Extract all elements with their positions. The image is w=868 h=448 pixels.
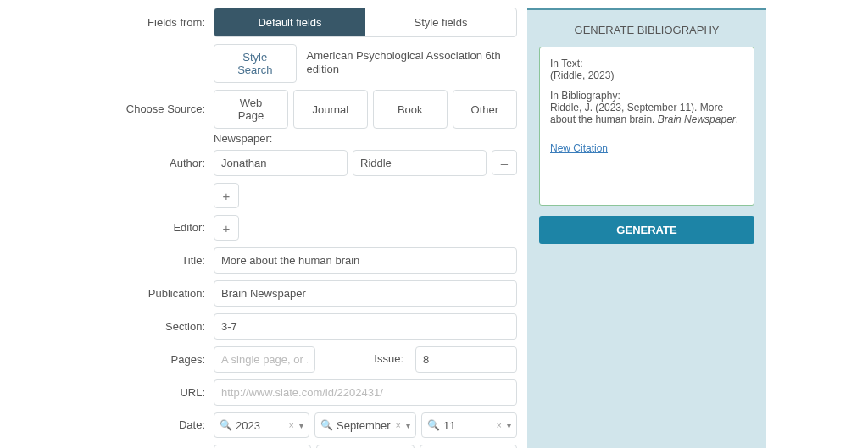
add-author-button[interactable]: + [214,183,239,208]
label-access-date: Access Date: [8,445,214,448]
style-search-button[interactable]: Style Search [214,44,297,83]
generate-button[interactable]: GENERATE [539,216,754,244]
label-title: Title: [8,248,214,274]
date-month-picker[interactable]: 🔍 September × ▾ [314,412,416,438]
date-day-picker[interactable]: 🔍 11 × ▾ [421,412,517,438]
in-bib-label: In Bibliography: [550,90,743,102]
in-text-value: (Riddle, 2023) [550,69,743,81]
source-web-page[interactable]: Web Page [214,90,288,129]
chevron-down-icon[interactable]: ▾ [299,421,303,430]
chevron-down-icon[interactable]: ▾ [406,421,410,430]
section-input[interactable] [214,313,517,340]
clear-icon[interactable]: × [287,420,296,430]
date-month-value: September [337,419,391,432]
chevron-down-icon[interactable]: ▾ [507,421,511,430]
label-pages: Pages: [8,347,214,373]
publication-input[interactable] [214,280,517,307]
label-section: Section: [8,314,214,340]
remove-author-button[interactable]: – [492,150,517,175]
date-year-picker[interactable]: 🔍 2023 × ▾ [214,412,309,438]
search-icon: 🔍 [220,419,232,431]
author-first-name-input[interactable] [214,150,348,176]
new-citation-link[interactable]: New Citation [550,142,743,154]
title-input[interactable] [214,247,517,274]
access-day-picker[interactable]: 🔍 7 × ▾ [420,445,517,448]
date-year-value: 2023 [236,419,284,432]
label-fields-from: Fields from: [8,10,214,36]
in-text-label: In Text: [550,58,743,69]
author-last-name-input[interactable] [353,150,487,176]
label-issue: Issue: [320,346,410,373]
search-icon: 🔍 [320,419,333,431]
bibliography-heading: GENERATE BIBLIOGRAPHY [539,24,754,36]
search-icon: 🔍 [427,419,440,431]
label-editor: Editor: [8,215,214,241]
label-choose-source: Choose Source: [8,97,214,122]
access-month-picker[interactable]: 🔍 December × ▾ [316,445,415,448]
source-journal[interactable]: Journal [293,90,368,129]
add-editor-button[interactable]: + [214,215,239,241]
bibliography-panel: GENERATE BIBLIOGRAPHY In Text: (Riddle, … [527,8,766,448]
label-publication: Publication: [8,281,214,307]
source-book[interactable]: Book [373,90,448,129]
label-author: Author: [8,151,214,176]
source-other[interactable]: Other [453,90,517,129]
date-day-value: 11 [443,419,492,432]
access-year-picker[interactable]: 🔍 2023 × ▾ [214,445,311,448]
clear-icon[interactable]: × [394,420,403,430]
in-bib-value: Riddle, J. (2023, September 11). More ab… [550,102,743,125]
label-url: URL: [8,380,214,406]
style-name: American Psychological Association 6th e… [307,44,517,83]
pages-input[interactable] [214,346,315,373]
issue-input[interactable] [415,346,517,373]
selected-source-label: Newspaper: [214,132,272,145]
url-input[interactable] [214,379,517,406]
fields-tabs: Default fields Style fields [214,8,517,37]
tab-default-fields[interactable]: Default fields [214,8,365,36]
clear-icon[interactable]: × [495,420,504,430]
tab-style-fields[interactable]: Style fields [365,8,516,36]
citation-preview: In Text: (Riddle, 2023) In Bibliography:… [539,47,754,206]
label-date: Date: [8,412,214,438]
